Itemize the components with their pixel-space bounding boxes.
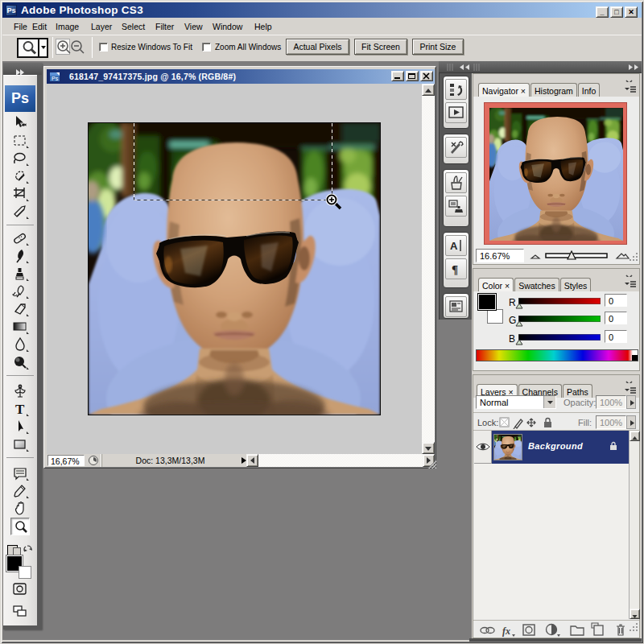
svg-text:Ps: Ps: [52, 76, 59, 81]
svg-text:fx: fx: [502, 625, 510, 637]
svg-text:A: A: [450, 240, 458, 252]
svg-text:T: T: [15, 402, 25, 417]
svg-text:¶: ¶: [452, 263, 458, 276]
